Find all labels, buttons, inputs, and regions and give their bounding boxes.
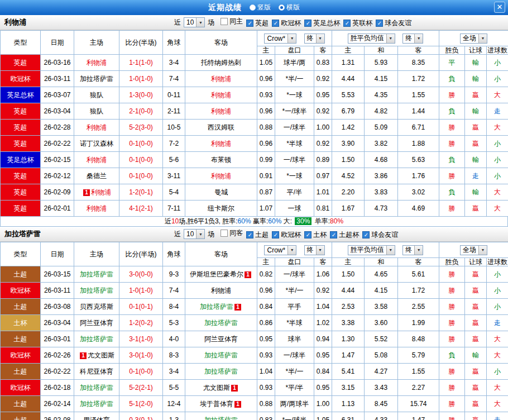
result-handicap-cell: 贏: [465, 283, 487, 299]
handicap-cell: 球半/两: [275, 55, 314, 71]
type-cell: 土超: [1, 331, 41, 347]
home-team-cell: 贝西克塔斯: [74, 299, 119, 315]
checkbox-icon: ✓: [246, 20, 253, 27]
final-select-2[interactable]: 终▼: [402, 34, 423, 44]
odds-header-cell: Crow*▼ 终▼: [257, 31, 332, 46]
summary-text: 近: [165, 217, 171, 225]
result-goals-cell: 小: [487, 299, 508, 315]
home-odds-cell: 1.07: [257, 201, 275, 217]
chevron-down-icon: ▼: [478, 246, 487, 255]
near-label: 近: [174, 18, 181, 27]
home-odds-cell: 0.96: [257, 283, 275, 299]
score-cell: 0-1(0-0): [119, 136, 163, 152]
summary-text: 大:: [281, 217, 294, 225]
result-goals-cell: 大: [487, 87, 508, 103]
subheader-avg-draw: 和: [365, 46, 398, 55]
filter-checkbox[interactable]: ✓土超杯: [330, 230, 359, 240]
filter-checkbox[interactable]: ✓欧冠杯: [272, 230, 301, 240]
date-cell: 26-03-11: [41, 283, 74, 299]
filter-checkbox[interactable]: 同主: [221, 17, 243, 26]
avg-away-cell: 1.55: [398, 364, 439, 380]
score-cell: 5-2(3-0): [119, 120, 163, 136]
filter-checkbox[interactable]: 同客: [221, 228, 243, 238]
result-wdl-cell: 勝: [439, 396, 465, 412]
result-handicap-cell: 贏: [465, 120, 487, 136]
type-cell: 英超: [1, 136, 41, 152]
recent-count-select[interactable]: 10 ▼: [184, 229, 205, 239]
away-team-cell: 曼城: [185, 184, 257, 201]
final-select[interactable]: 终▼: [304, 245, 325, 255]
type-cell: 欧冠杯: [1, 347, 41, 364]
avg-home-cell: 5.41: [332, 364, 365, 380]
result-handicap-cell: 贏: [465, 201, 487, 217]
team-name-text: 利物浦: [211, 107, 231, 115]
date-cell: 26-02-18: [41, 380, 74, 396]
radio-horizontal-layout[interactable]: 横版: [279, 3, 300, 12]
team-name-text: 伊斯坦堡巴豪希尔: [190, 270, 243, 278]
filter-checkbox[interactable]: ✓球会友谊: [376, 18, 411, 28]
home-team-cell: 诺丁汉森林: [74, 136, 119, 152]
away-team-cell: 加拉塔萨雷: [185, 315, 257, 331]
type-cell: 英超: [1, 55, 41, 71]
avg-home-cell: 6.79: [332, 103, 365, 120]
avg-draw-cell: 5.52: [365, 331, 398, 347]
recent-count-select[interactable]: 10 ▼: [184, 17, 205, 27]
scope-header-cell: 全场▼: [439, 31, 508, 46]
col-header-score: 比分(半场): [119, 242, 163, 266]
away-odds-cell: 0.81: [314, 201, 332, 217]
radio-vertical-layout[interactable]: 竖版: [250, 3, 271, 12]
scope-select[interactable]: 全场▼: [460, 245, 487, 255]
table-row: 土超26-02-14加拉塔萨雷5-1(2-0)12-4埃于普体育10.88两/两…: [1, 396, 508, 412]
home-team-cell: 利物浦: [74, 201, 119, 217]
away-team-cell: 利物浦: [185, 136, 257, 152]
avg-draw-cell: 4.82: [365, 103, 398, 120]
avg-draw-cell: 3.86: [365, 168, 398, 184]
filter-checkbox[interactable]: ✓欧冠杯: [272, 18, 301, 28]
team-name-text: 利物浦: [211, 287, 231, 294]
type-cell: 欧冠杯: [1, 283, 41, 299]
away-team-cell: 阿兰亚体育: [185, 331, 257, 347]
section-header: 加拉塔萨雷 近 10 ▼ 场 同客✓土超✓欧冠杯✓土杯✓土超杯✓球会友谊: [0, 227, 508, 242]
scope-select-value: 全场: [461, 246, 478, 255]
filter-checkbox[interactable]: ✓球会友谊: [362, 230, 398, 240]
result-wdl-cell: 勝: [439, 299, 465, 315]
checkbox-icon: ✓: [272, 20, 279, 27]
result-goals-cell: 小: [487, 266, 508, 283]
filter-checkbox[interactable]: ✓英足总杯: [304, 18, 340, 28]
avg-draw-cell: 5.09: [365, 120, 398, 136]
avg-home-cell: 2.53: [332, 299, 365, 315]
red-card-badge: 1: [83, 189, 90, 196]
chevron-down-icon: ▼: [196, 230, 204, 238]
filter-checkbox[interactable]: ✓英超: [246, 18, 269, 28]
avg-home-cell: 1.50: [332, 266, 365, 283]
filter-checkbox[interactable]: ✓土超: [246, 230, 269, 240]
avg-home-cell: 2.20: [332, 184, 365, 201]
home-team-cell: 桑德兰: [74, 168, 119, 184]
close-button[interactable]: ✕: [494, 2, 505, 13]
wdl-avg-select[interactable]: 胜平负均值▼: [348, 245, 395, 255]
corners-cell: 9-3: [163, 266, 185, 283]
near-label: 近: [174, 230, 181, 239]
corners-cell: 8-3: [163, 347, 185, 364]
red-card-badge: 1: [234, 401, 241, 408]
final-select[interactable]: 终▼: [304, 34, 325, 44]
odds-company-select[interactable]: Crow*▼: [264, 34, 296, 44]
type-cell: 欧冠杯: [1, 71, 41, 87]
home-team-cell: 1利物浦: [74, 184, 119, 201]
score-cell: 3-0(1-0): [119, 347, 163, 364]
scope-select[interactable]: 全场▼: [460, 34, 487, 44]
score-cell: 1-0(1-0): [119, 71, 163, 87]
filter-checkbox[interactable]: ✓土杯: [304, 230, 327, 240]
avg-away-cell: 1.47: [398, 412, 439, 420]
red-card-badge: 1: [234, 304, 241, 311]
away-team-cell: 利物浦: [185, 103, 257, 120]
filter-checkbox[interactable]: ✓英联杯: [343, 18, 372, 28]
corners-cell: 5-6: [163, 152, 185, 168]
wdl-avg-select[interactable]: 胜平负均值▼: [348, 34, 395, 44]
date-cell: 26-03-04: [41, 315, 74, 331]
odds-company-select[interactable]: Crow*▼: [264, 245, 296, 255]
final-select-2[interactable]: 终▼: [402, 245, 423, 255]
result-wdl-cell: 勝: [439, 87, 465, 103]
score-cell: 0-1(0-0): [119, 364, 163, 380]
subheader-result-wdl: 胜负: [439, 46, 465, 55]
